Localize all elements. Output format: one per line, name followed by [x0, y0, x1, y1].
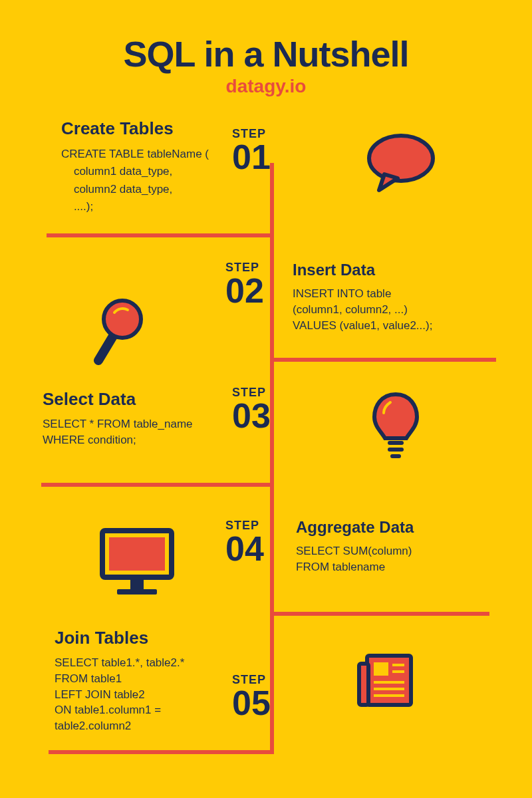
lightbulb-icon	[369, 389, 422, 466]
step-03-title: Select Data	[43, 389, 249, 410]
step-04-num: 04	[225, 533, 264, 565]
step-05-num-block: STEP 05	[232, 673, 271, 720]
step-01-num: 01	[232, 141, 271, 174]
step-01-num-block: STEP 01	[232, 127, 271, 174]
step-04-title: Aggregate Data	[296, 518, 502, 537]
svg-point-2	[104, 301, 141, 338]
step-01-title: Create Tables	[61, 118, 254, 139]
svg-rect-11	[359, 664, 368, 705]
magnifier-icon	[85, 294, 152, 374]
svg-rect-12	[374, 662, 388, 676]
step-03-num-block: STEP 03	[232, 386, 271, 432]
step-04-connector	[270, 612, 489, 616]
step-01-connector	[47, 233, 274, 237]
newspaper-icon	[354, 650, 417, 710]
step-02-connector	[270, 358, 496, 362]
step-03-code: SELECT * FROM table_name WHERE condition…	[43, 416, 249, 448]
timeline-line	[270, 163, 274, 751]
step-05-num: 05	[232, 687, 271, 720]
step-03-num: 03	[232, 400, 271, 432]
svg-rect-4	[388, 448, 404, 452]
step-01-code: CREATE TABLE tableName ( column1 data_ty…	[61, 146, 254, 215]
speech-bubble-icon	[364, 133, 438, 196]
svg-rect-10	[367, 656, 411, 705]
step-02-title: Insert Data	[293, 261, 499, 279]
svg-rect-3	[388, 441, 404, 445]
svg-rect-7	[109, 537, 165, 571]
svg-rect-8	[130, 580, 144, 589]
step-01-block: Create Tables CREATE TABLE tableName ( c…	[61, 118, 254, 215]
step-02-num: 02	[225, 275, 264, 307]
step-05-code: SELECT table1.*, table2.* FROM table1 LE…	[55, 655, 261, 734]
page-subtitle: datagy.io	[0, 76, 532, 97]
step-04-num-block: STEP 04	[225, 519, 264, 565]
step-02-code: INSERT INTO table (column1, column2, ...…	[293, 286, 499, 333]
svg-point-0	[369, 136, 433, 181]
step-05-block: Join Tables SELECT table1.*, table2.* FR…	[55, 628, 261, 734]
page-title: SQL in a Nutshell	[0, 0, 532, 74]
step-02-block: Insert Data INSERT INTO table (column1, …	[293, 261, 499, 333]
step-03-connector	[41, 483, 274, 487]
step-04-code: SELECT SUM(column) FROM tablename	[296, 543, 502, 575]
svg-rect-9	[117, 589, 157, 595]
svg-rect-5	[390, 454, 401, 458]
step-03-block: Select Data SELECT * FROM table_name WHE…	[43, 389, 249, 448]
monitor-icon	[97, 525, 177, 598]
step-02-num-block: STEP 02	[225, 261, 264, 307]
step-05-connector	[49, 750, 274, 754]
step-05-title: Join Tables	[55, 628, 261, 648]
step-04-block: Aggregate Data SELECT SUM(column) FROM t…	[296, 518, 502, 575]
